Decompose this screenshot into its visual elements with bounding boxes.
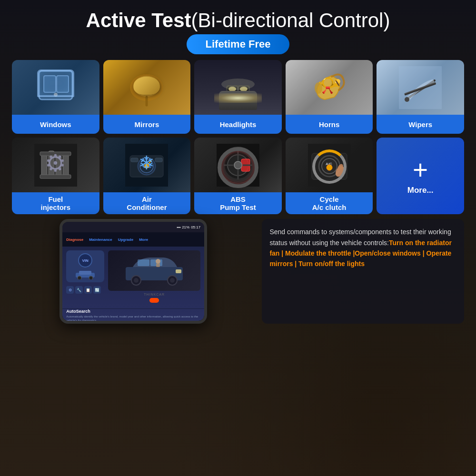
- title-bold: Active Test: [86, 9, 191, 31]
- svg-rect-47: [312, 153, 347, 179]
- svg-point-3: [54, 93, 58, 97]
- icon-2: 🔧: [75, 286, 83, 294]
- svg-rect-46: [308, 144, 351, 187]
- svg-rect-2: [57, 76, 69, 92]
- svg-point-15: [336, 79, 340, 84]
- status-icons: ▪▪▪ 21% 05:17: [177, 225, 200, 229]
- mirrors-label: Mirrors: [103, 115, 191, 134]
- feature-row-1: Windows Mirrors: [12, 60, 464, 134]
- windows-image: [12, 60, 99, 115]
- svg-point-64: [170, 278, 175, 283]
- title-normal: (Bi-directional Control): [191, 9, 390, 31]
- time-display: 05:17: [191, 225, 200, 229]
- autosearch-desc: Automatically identify the vehicle's bra…: [66, 315, 200, 321]
- abs-image: [194, 138, 282, 192]
- svg-point-45: [234, 161, 242, 169]
- svg-point-57: [89, 276, 93, 279]
- svg-point-51: [327, 165, 332, 170]
- svg-rect-1: [44, 76, 56, 92]
- svg-rect-35: [155, 158, 162, 162]
- battery-icon: ▪▪▪ 21%: [177, 225, 189, 229]
- tablet-content: VIN ⚙: [62, 247, 204, 308]
- svg-rect-26: [40, 152, 71, 156]
- car-svg: [121, 253, 188, 288]
- tablet-mockup: ▪▪▪ 21% 05:17 Diagnose Maintenance Upgra…: [60, 219, 207, 324]
- feature-card-abs: ABSPump Test: [194, 138, 282, 214]
- mirrors-image: [103, 60, 191, 115]
- feature-card-ac: A/C AirConditioner: [103, 138, 191, 214]
- windows-label: Windows: [12, 115, 99, 134]
- fuel-image: [12, 138, 99, 192]
- svg-point-38: [223, 150, 253, 180]
- nav-diagnose[interactable]: Diagnose: [66, 238, 83, 242]
- svg-point-30: [140, 159, 153, 173]
- svg-point-29: [138, 158, 155, 175]
- svg-point-49: [322, 159, 337, 174]
- svg-point-32: [144, 164, 149, 169]
- horns-label: Horns: [286, 115, 373, 134]
- headlights-image: [194, 60, 282, 115]
- nav-more[interactable]: More: [139, 238, 148, 242]
- ac-label: AirConditioner: [103, 192, 191, 214]
- svg-rect-34: [131, 158, 138, 162]
- feature-row-2: Fuelinjectors A/C: [12, 138, 464, 214]
- vin-badge: VIN: [78, 253, 92, 268]
- autosearch-area: AutoSearch Automatically identify the ve…: [62, 308, 204, 321]
- svg-rect-24: [63, 152, 69, 177]
- svg-rect-25: [40, 175, 71, 178]
- cycle-label: CycleA/c clutch: [286, 192, 373, 214]
- horns-image: [286, 60, 373, 115]
- svg-point-6: [139, 79, 150, 89]
- more-card: + More...: [377, 138, 464, 214]
- svg-rect-36: [217, 144, 259, 187]
- svg-point-62: [134, 278, 139, 283]
- icon-1: ⚙: [66, 286, 74, 294]
- svg-rect-21: [41, 153, 47, 177]
- svg-point-5: [133, 76, 160, 97]
- svg-rect-59: [138, 259, 149, 266]
- nav-maintenance[interactable]: Maintenance: [89, 238, 112, 242]
- tablet-nav: Diagnose Maintenance Upgrade More: [62, 232, 204, 247]
- bottom-section: ▪▪▪ 21% 05:17 Diagnose Maintenance Upgra…: [12, 219, 464, 328]
- tablet-screen: ▪▪▪ 21% 05:17 Diagnose Maintenance Upgra…: [62, 222, 204, 321]
- features-grid: Windows Mirrors: [12, 60, 464, 214]
- lifetime-badge: Lifetime Free: [187, 34, 290, 54]
- svg-point-19: [405, 97, 409, 102]
- svg-rect-55: [79, 271, 91, 275]
- wipers-image: [377, 60, 464, 115]
- svg-rect-22: [49, 151, 54, 177]
- svg-point-66: [156, 259, 160, 264]
- orange-button: [149, 298, 159, 303]
- svg-rect-40: [241, 159, 250, 171]
- feature-card-horns: Horns: [286, 60, 373, 134]
- svg-rect-0: [39, 71, 72, 99]
- svg-text:A/C: A/C: [143, 164, 151, 169]
- icon-row: ⚙ 🔧 📋 🔄: [66, 286, 104, 294]
- brand-label: THINKCAR: [108, 293, 200, 296]
- icon-4: 🔄: [93, 286, 101, 294]
- tablet-area: ▪▪▪ 21% 05:17 Diagnose Maintenance Upgra…: [12, 219, 255, 324]
- svg-point-48: [319, 156, 340, 177]
- feature-card-cycle: A/C CycleA/c clutch: [286, 138, 373, 214]
- tablet-right-panel: THINKCAR: [108, 250, 200, 305]
- feature-card-mirrors: Mirrors: [103, 60, 191, 134]
- icon-3: 📋: [84, 286, 92, 294]
- svg-point-56: [78, 276, 81, 279]
- main-title: Active Test(Bi-directional Control): [12, 10, 464, 31]
- svg-line-33: [147, 160, 151, 166]
- feature-card-fuel: Fuelinjectors: [12, 138, 99, 214]
- wipers-label: Wipers: [377, 115, 464, 134]
- nav-upgrade[interactable]: Upgrade: [118, 238, 133, 242]
- headlights-label: Headlights: [194, 115, 282, 134]
- svg-point-14: [315, 82, 322, 94]
- tablet-left-panel: VIN ⚙: [66, 250, 104, 305]
- description-box: Send commands to systems/components to t…: [262, 219, 464, 324]
- svg-rect-67: [156, 263, 160, 267]
- icon-1-symbol: ⚙: [69, 288, 72, 292]
- autosearch-title: AutoSearch: [66, 309, 200, 314]
- svg-point-37: [220, 147, 256, 183]
- title-area: Active Test(Bi-directional Control) Life…: [12, 10, 464, 54]
- svg-point-13: [221, 79, 255, 90]
- abs-label: ABSPump Test: [194, 192, 282, 214]
- fuel-label: Fuelinjectors: [12, 192, 99, 214]
